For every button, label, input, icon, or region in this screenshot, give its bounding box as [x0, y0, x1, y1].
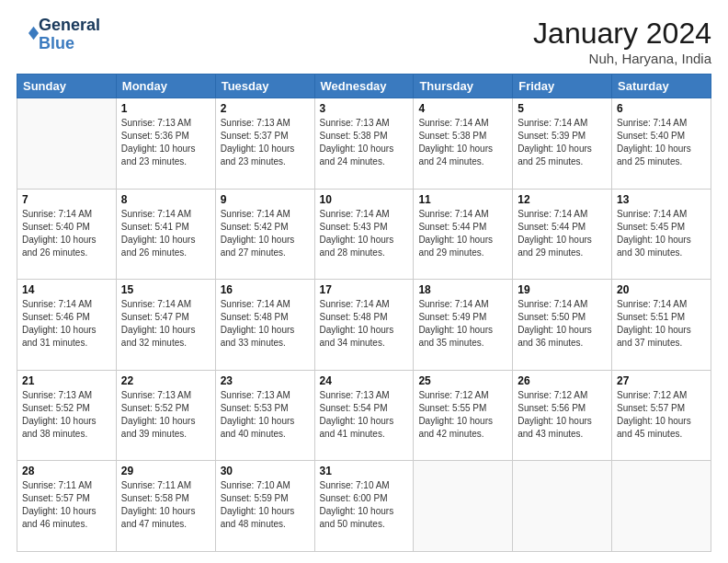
- day-number: 12: [518, 193, 607, 206]
- day-info: Sunrise: 7:14 AM Sunset: 5:43 PM Dayligh…: [320, 208, 409, 259]
- col-sunday: Sunday: [17, 75, 117, 98]
- day-info: Sunrise: 7:14 AM Sunset: 5:51 PM Dayligh…: [617, 298, 706, 350]
- day-info: Sunrise: 7:14 AM Sunset: 5:40 PM Dayligh…: [617, 117, 706, 168]
- day-number: 26: [518, 374, 607, 387]
- table-row: 1Sunrise: 7:13 AM Sunset: 5:36 PM Daylig…: [116, 98, 215, 190]
- table-row: 31Sunrise: 7:10 AM Sunset: 6:00 PM Dayli…: [314, 461, 414, 552]
- table-row: [612, 461, 711, 552]
- logo: General Blue: [17, 17, 100, 53]
- main-title: January 2024: [533, 17, 711, 51]
- col-friday: Friday: [513, 75, 612, 98]
- day-number: 23: [221, 374, 310, 387]
- col-monday: Monday: [116, 75, 215, 98]
- table-row: 27Sunrise: 7:12 AM Sunset: 5:57 PM Dayli…: [612, 370, 711, 461]
- col-wednesday: Wednesday: [314, 75, 414, 98]
- day-number: 3: [320, 102, 409, 115]
- day-info: Sunrise: 7:13 AM Sunset: 5:54 PM Dayligh…: [320, 389, 409, 441]
- table-row: 12Sunrise: 7:14 AM Sunset: 5:44 PM Dayli…: [513, 189, 612, 280]
- table-row: 28Sunrise: 7:11 AM Sunset: 5:57 PM Dayli…: [17, 461, 117, 552]
- page: General Blue January 2024 Nuh, Haryana, …: [0, 0, 728, 563]
- day-info: Sunrise: 7:12 AM Sunset: 5:56 PM Dayligh…: [518, 389, 607, 441]
- table-row: [17, 98, 117, 190]
- table-row: 2Sunrise: 7:13 AM Sunset: 5:37 PM Daylig…: [215, 98, 314, 190]
- table-row: 21Sunrise: 7:13 AM Sunset: 5:52 PM Dayli…: [17, 370, 117, 461]
- table-row: 3Sunrise: 7:13 AM Sunset: 5:38 PM Daylig…: [314, 98, 414, 190]
- logo-icon: [18, 23, 39, 43]
- day-info: Sunrise: 7:14 AM Sunset: 5:44 PM Dayligh…: [518, 208, 607, 259]
- day-info: Sunrise: 7:13 AM Sunset: 5:52 PM Dayligh…: [22, 389, 111, 441]
- table-row: 19Sunrise: 7:14 AM Sunset: 5:50 PM Dayli…: [513, 280, 612, 371]
- day-number: 22: [121, 374, 210, 387]
- day-info: Sunrise: 7:12 AM Sunset: 5:55 PM Dayligh…: [418, 389, 507, 441]
- day-number: 5: [518, 102, 607, 115]
- day-number: 9: [221, 193, 310, 206]
- title-area: January 2024 Nuh, Haryana, India: [533, 17, 711, 66]
- day-info: Sunrise: 7:14 AM Sunset: 5:38 PM Dayligh…: [418, 117, 507, 168]
- day-info: Sunrise: 7:14 AM Sunset: 5:42 PM Dayligh…: [221, 208, 310, 259]
- day-number: 21: [22, 374, 111, 387]
- header: General Blue January 2024 Nuh, Haryana, …: [17, 17, 711, 66]
- day-info: Sunrise: 7:13 AM Sunset: 5:53 PM Dayligh…: [221, 389, 310, 441]
- table-row: 15Sunrise: 7:14 AM Sunset: 5:47 PM Dayli…: [116, 280, 215, 371]
- day-number: 14: [22, 283, 111, 296]
- day-info: Sunrise: 7:11 AM Sunset: 5:58 PM Dayligh…: [121, 479, 210, 531]
- calendar-header-row: Sunday Monday Tuesday Wednesday Thursday…: [17, 75, 711, 98]
- day-info: Sunrise: 7:10 AM Sunset: 6:00 PM Dayligh…: [320, 479, 409, 531]
- day-info: Sunrise: 7:12 AM Sunset: 5:57 PM Dayligh…: [617, 389, 706, 441]
- day-info: Sunrise: 7:14 AM Sunset: 5:41 PM Dayligh…: [121, 208, 210, 259]
- day-info: Sunrise: 7:14 AM Sunset: 5:39 PM Dayligh…: [518, 117, 607, 168]
- col-tuesday: Tuesday: [215, 75, 314, 98]
- calendar-table: Sunday Monday Tuesday Wednesday Thursday…: [17, 74, 711, 552]
- day-number: 13: [617, 193, 706, 206]
- table-row: 7Sunrise: 7:14 AM Sunset: 5:40 PM Daylig…: [17, 189, 117, 280]
- table-row: 18Sunrise: 7:14 AM Sunset: 5:49 PM Dayli…: [414, 280, 513, 371]
- day-info: Sunrise: 7:14 AM Sunset: 5:48 PM Dayligh…: [221, 298, 310, 350]
- table-row: 20Sunrise: 7:14 AM Sunset: 5:51 PM Dayli…: [612, 280, 711, 371]
- day-number: 10: [320, 193, 409, 206]
- table-row: 25Sunrise: 7:12 AM Sunset: 5:55 PM Dayli…: [414, 370, 513, 461]
- day-info: Sunrise: 7:14 AM Sunset: 5:44 PM Dayligh…: [418, 208, 507, 259]
- table-row: 8Sunrise: 7:14 AM Sunset: 5:41 PM Daylig…: [116, 189, 215, 280]
- table-row: 9Sunrise: 7:14 AM Sunset: 5:42 PM Daylig…: [215, 189, 314, 280]
- table-row: 13Sunrise: 7:14 AM Sunset: 5:45 PM Dayli…: [612, 189, 711, 280]
- table-row: 4Sunrise: 7:14 AM Sunset: 5:38 PM Daylig…: [414, 98, 513, 190]
- table-row: 5Sunrise: 7:14 AM Sunset: 5:39 PM Daylig…: [513, 98, 612, 190]
- calendar-week-row: 14Sunrise: 7:14 AM Sunset: 5:46 PM Dayli…: [17, 280, 711, 371]
- day-number: 18: [418, 283, 507, 296]
- day-number: 15: [121, 283, 210, 296]
- day-info: Sunrise: 7:11 AM Sunset: 5:57 PM Dayligh…: [22, 479, 111, 531]
- table-row: 16Sunrise: 7:14 AM Sunset: 5:48 PM Dayli…: [215, 280, 314, 371]
- day-number: 28: [22, 465, 111, 477]
- day-info: Sunrise: 7:14 AM Sunset: 5:40 PM Dayligh…: [22, 208, 111, 259]
- day-number: 31: [320, 465, 409, 477]
- day-number: 7: [22, 193, 111, 206]
- col-thursday: Thursday: [414, 75, 513, 98]
- day-info: Sunrise: 7:14 AM Sunset: 5:47 PM Dayligh…: [121, 298, 210, 350]
- day-info: Sunrise: 7:10 AM Sunset: 5:59 PM Dayligh…: [221, 479, 310, 531]
- subtitle: Nuh, Haryana, India: [533, 51, 711, 66]
- svg-marker-0: [28, 26, 39, 40]
- table-row: 11Sunrise: 7:14 AM Sunset: 5:44 PM Dayli…: [414, 189, 513, 280]
- table-row: 26Sunrise: 7:12 AM Sunset: 5:56 PM Dayli…: [513, 370, 612, 461]
- day-info: Sunrise: 7:13 AM Sunset: 5:38 PM Dayligh…: [320, 117, 409, 168]
- day-number: 30: [221, 465, 310, 477]
- day-number: 4: [418, 102, 507, 115]
- calendar-week-row: 1Sunrise: 7:13 AM Sunset: 5:36 PM Daylig…: [17, 98, 711, 190]
- day-number: 24: [320, 374, 409, 387]
- day-number: 27: [617, 374, 706, 387]
- calendar-week-row: 28Sunrise: 7:11 AM Sunset: 5:57 PM Dayli…: [17, 461, 711, 552]
- table-row: 23Sunrise: 7:13 AM Sunset: 5:53 PM Dayli…: [215, 370, 314, 461]
- day-number: 16: [221, 283, 310, 296]
- day-number: 8: [121, 193, 210, 206]
- table-row: [513, 461, 612, 552]
- day-number: 2: [221, 102, 310, 115]
- day-info: Sunrise: 7:13 AM Sunset: 5:37 PM Dayligh…: [221, 117, 310, 168]
- day-number: 29: [121, 465, 210, 477]
- table-row: 17Sunrise: 7:14 AM Sunset: 5:48 PM Dayli…: [314, 280, 414, 371]
- day-info: Sunrise: 7:14 AM Sunset: 5:49 PM Dayligh…: [418, 298, 507, 350]
- calendar-week-row: 7Sunrise: 7:14 AM Sunset: 5:40 PM Daylig…: [17, 189, 711, 280]
- table-row: 29Sunrise: 7:11 AM Sunset: 5:58 PM Dayli…: [116, 461, 215, 552]
- day-number: 20: [617, 283, 706, 296]
- day-number: 17: [320, 283, 409, 296]
- day-info: Sunrise: 7:14 AM Sunset: 5:46 PM Dayligh…: [22, 298, 111, 350]
